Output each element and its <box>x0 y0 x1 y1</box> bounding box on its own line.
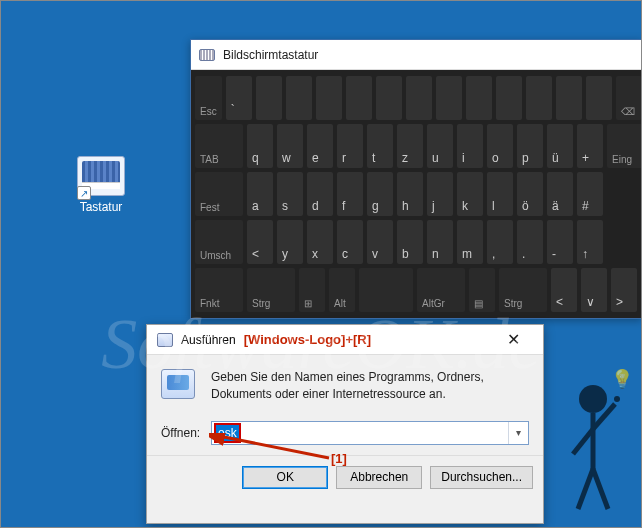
cartoon-figure-icon: 💡 <box>553 369 633 519</box>
key-l[interactable]: l <box>487 172 513 216</box>
key-u[interactable]: u <box>427 124 453 168</box>
key-esc[interactable]: Esc <box>195 76 222 120</box>
svg-point-1 <box>579 385 607 413</box>
key-altgr[interactable]: AltGr <box>417 268 465 312</box>
key-tab[interactable]: TAB <box>195 124 243 168</box>
run-program-icon <box>161 369 195 399</box>
key-strg[interactable]: Strg <box>247 268 295 312</box>
key-space[interactable] <box>359 268 413 312</box>
key-space[interactable] <box>586 76 612 120</box>
key-m[interactable]: m <box>457 220 483 264</box>
ok-button[interactable]: OK <box>242 466 328 489</box>
key-row: Umsch<yxcvbnm,.-↑ <box>195 220 637 264</box>
key-y[interactable]: y <box>277 220 303 264</box>
key-g[interactable]: g <box>367 172 393 216</box>
key-▤[interactable]: ▤ <box>469 268 495 312</box>
key-⌫[interactable]: ⌫ <box>616 76 642 120</box>
open-combobox[interactable]: osk ▾ <box>211 421 529 445</box>
run-icon <box>157 333 173 347</box>
key-row: FnktStrg⊞AltAltGr▤Strg<∨> <box>195 268 637 312</box>
key-a[interactable]: a <box>247 172 273 216</box>
svg-line-3 <box>573 429 593 454</box>
run-description: Geben Sie den Namen eines Programms, Ord… <box>211 369 529 403</box>
keyboard-icon <box>199 49 215 61</box>
key-fnkt[interactable]: Fnkt <box>195 268 243 312</box>
key-ö[interactable]: ö <box>517 172 543 216</box>
run-dialog: Ausführen [Windows-Logo]+[R] ✕ Geben Sie… <box>146 324 544 524</box>
key-row: TABqwertzuiopü+Eing <box>195 124 637 168</box>
svg-line-4 <box>593 404 615 429</box>
browse-button[interactable]: Durchsuchen... <box>430 466 533 489</box>
desktop-shortcut-label: Tastatur <box>61 200 141 214</box>
key-#[interactable]: # <box>577 172 603 216</box>
key-b[interactable]: b <box>397 220 423 264</box>
key-space[interactable] <box>436 76 462 120</box>
key-k[interactable]: k <box>457 172 483 216</box>
key-space[interactable] <box>316 76 342 120</box>
key-space[interactable] <box>496 76 522 120</box>
run-titlebar[interactable]: Ausführen [Windows-Logo]+[R] ✕ <box>147 325 543 355</box>
key-p[interactable]: p <box>517 124 543 168</box>
svg-line-7 <box>593 469 608 509</box>
close-button[interactable]: ✕ <box>493 330 533 349</box>
key-x[interactable]: x <box>307 220 333 264</box>
key--[interactable]: - <box>547 220 573 264</box>
key-n[interactable]: n <box>427 220 453 264</box>
key-z[interactable]: z <box>397 124 423 168</box>
open-label: Öffnen: <box>161 426 203 440</box>
key-row: Esc`⌫ <box>195 76 637 120</box>
open-input-value[interactable]: osk <box>214 423 241 443</box>
key-+[interactable]: + <box>577 124 603 168</box>
key-space[interactable] <box>406 76 432 120</box>
key-<[interactable]: < <box>247 220 273 264</box>
key-t[interactable]: t <box>367 124 393 168</box>
key-space[interactable] <box>256 76 282 120</box>
key-d[interactable]: d <box>307 172 333 216</box>
key-,[interactable]: , <box>487 220 513 264</box>
key-∨[interactable]: ∨ <box>581 268 607 312</box>
key-ä[interactable]: ä <box>547 172 573 216</box>
osk-titlebar[interactable]: Bildschirmtastatur <box>191 40 641 70</box>
key-w[interactable]: w <box>277 124 303 168</box>
chevron-down-icon[interactable]: ▾ <box>508 422 528 444</box>
key-v[interactable]: v <box>367 220 393 264</box>
key-f[interactable]: f <box>337 172 363 216</box>
key-↑[interactable]: ↑ <box>577 220 603 264</box>
svg-point-5 <box>614 396 620 402</box>
key-⊞[interactable]: ⊞ <box>299 268 325 312</box>
key-space[interactable] <box>346 76 372 120</box>
shortcut-annotation: [Windows-Logo]+[R] <box>244 332 371 347</box>
key-j[interactable]: j <box>427 172 453 216</box>
key-space[interactable] <box>526 76 552 120</box>
key-ü[interactable]: ü <box>547 124 573 168</box>
key-umsch[interactable]: Umsch <box>195 220 243 264</box>
key-r[interactable]: r <box>337 124 363 168</box>
key-row: Festasdfghjklöä# <box>195 172 637 216</box>
cancel-button[interactable]: Abbrechen <box>336 466 422 489</box>
key-o[interactable]: o <box>487 124 513 168</box>
key-q[interactable]: q <box>247 124 273 168</box>
desktop-shortcut-tastatur[interactable]: ↗ Tastatur <box>61 156 141 214</box>
key-h[interactable]: h <box>397 172 423 216</box>
key-space[interactable] <box>286 76 312 120</box>
shortcut-overlay-icon: ↗ <box>77 186 91 200</box>
key-<[interactable]: < <box>551 268 577 312</box>
key-s[interactable]: s <box>277 172 303 216</box>
svg-text:💡: 💡 <box>611 369 633 390</box>
osk-key-grid: Esc`⌫TABqwertzuiopü+EingFestasdfghjklöä#… <box>191 70 641 318</box>
run-title-text: Ausführen <box>181 333 236 347</box>
key-e[interactable]: e <box>307 124 333 168</box>
key-strg[interactable]: Strg <box>499 268 547 312</box>
run-button-row: OK Abbrechen Durchsuchen... <box>147 455 543 501</box>
key->[interactable]: > <box>611 268 637 312</box>
key-space[interactable] <box>376 76 402 120</box>
key-space[interactable] <box>466 76 492 120</box>
key-eing[interactable]: Eing <box>607 124 642 168</box>
key-alt[interactable]: Alt <box>329 268 355 312</box>
key-`[interactable]: ` <box>226 76 252 120</box>
key-fest[interactable]: Fest <box>195 172 243 216</box>
key-.[interactable]: . <box>517 220 543 264</box>
key-c[interactable]: c <box>337 220 363 264</box>
key-space[interactable] <box>556 76 582 120</box>
key-i[interactable]: i <box>457 124 483 168</box>
